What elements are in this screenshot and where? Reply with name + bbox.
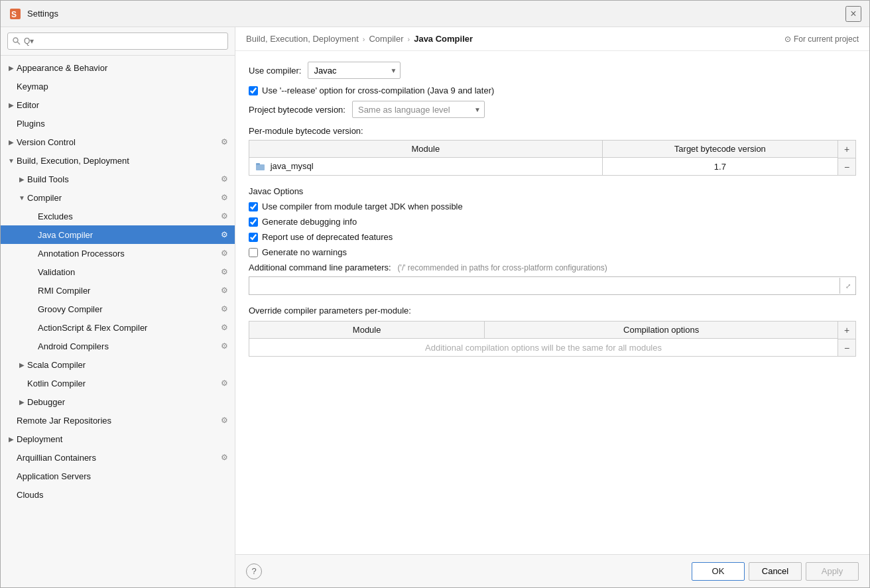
apply-button[interactable]: Apply [806, 562, 859, 581]
settings-icon-remote-jar: ⚙ [219, 415, 229, 426]
bytecode-row: Project bytecode version: Same as langua… [249, 101, 856, 118]
version-cell: 1.7 [602, 158, 838, 176]
settings-icon-excludes: ⚙ [219, 211, 229, 221]
sidebar-label-excludes: Excludes [38, 211, 216, 221]
cmd-params-input[interactable] [249, 277, 839, 294]
release-option-checkbox[interactable] [249, 86, 258, 95]
sidebar-item-actionscript-compiler[interactable]: ActionScript & Flex Compiler ⚙ [1, 318, 235, 337]
settings-icon-android-compilers: ⚙ [219, 341, 229, 351]
sidebar-item-build-tools[interactable]: Build Tools ⚙ [1, 170, 235, 188]
bytecode-select[interactable]: Same as language level [352, 101, 485, 118]
window-title: Settings [27, 9, 845, 19]
ok-button[interactable]: OK [692, 562, 745, 581]
sidebar-item-deployment[interactable]: Deployment [1, 430, 235, 448]
sidebar-item-groovy-compiler[interactable]: Groovy Compiler ⚙ [1, 300, 235, 318]
expand-arrow-keymap [6, 81, 17, 91]
override-compiler-label: Override compiler parameters per-module: [249, 306, 856, 316]
sidebar-item-keymap[interactable]: Keymap [1, 77, 235, 95]
cancel-button[interactable]: Cancel [749, 562, 802, 581]
app-icon: S [9, 7, 22, 21]
breadcrumb-bar: Build, Execution, Deployment › Compiler … [235, 27, 869, 51]
col-module-header: Module [249, 141, 602, 158]
remove-module-button[interactable]: − [838, 158, 855, 175]
sidebar-label-actionscript-compiler: ActionScript & Flex Compiler [38, 323, 216, 333]
checkbox-no-warnings-input[interactable] [249, 248, 258, 257]
module-table-buttons: + − [838, 141, 855, 175]
sidebar-item-remote-jar[interactable]: Remote Jar Repositories ⚙ [1, 411, 235, 430]
cmd-input-wrapper: ⤢ [249, 276, 856, 295]
release-option-label: Use '--release' option for cross-compila… [262, 86, 494, 95]
sidebar-item-plugins[interactable]: Plugins [1, 114, 235, 133]
override-empty-row: Additional compilation options will be t… [249, 339, 838, 357]
settings-icon-rmi-compiler: ⚙ [219, 285, 229, 296]
expand-arrow-validation [27, 266, 38, 277]
sidebar-item-excludes[interactable]: Excludes ⚙ [1, 207, 235, 225]
sidebar-label-editor: Editor [17, 100, 229, 110]
expand-cmd-icon[interactable]: ⤢ [839, 278, 855, 294]
sidebar-item-version-control[interactable]: Version Control ⚙ [1, 133, 235, 151]
sidebar-label-android-compilers: Android Compilers [38, 341, 216, 351]
override-table: Module Compilation options Additional co… [249, 322, 838, 356]
per-module-label: Per-module bytecode version: [249, 126, 856, 136]
expand-arrow-groovy-compiler [27, 304, 38, 314]
sidebar-item-debugger[interactable]: Debugger [1, 392, 235, 411]
sidebar-item-arquillian[interactable]: Arquillian Containers ⚙ [1, 448, 235, 467]
release-option-row: Use '--release' option for cross-compila… [249, 86, 856, 95]
sidebar-item-compiler[interactable]: Compiler ⚙ [1, 188, 235, 207]
checkbox-debug-info-input[interactable] [249, 217, 258, 227]
override-table-container: Module Compilation options Additional co… [249, 321, 856, 357]
expand-arrow-deployment [6, 434, 17, 444]
sidebar-item-app-servers[interactable]: Application Servers [1, 467, 235, 485]
sidebar-item-editor[interactable]: Editor [1, 95, 235, 114]
sidebar-item-kotlin-compiler[interactable]: Kotlin Compiler ⚙ [1, 374, 235, 392]
remove-override-button[interactable]: − [838, 339, 855, 356]
sidebar-item-build-exec[interactable]: Build, Execution, Deployment [1, 151, 235, 170]
override-col-module-header: Module [249, 322, 485, 339]
sidebar-item-scala-compiler[interactable]: Scala Compiler [1, 355, 235, 374]
project-icon: ⊙ [784, 34, 791, 44]
add-module-button[interactable]: + [838, 141, 855, 158]
expand-arrow-app-servers [6, 471, 17, 481]
cmd-params-label: Additional command line parameters: [249, 263, 391, 272]
sidebar-label-deployment: Deployment [17, 434, 229, 444]
cmd-params-row: Additional command line parameters: ('/'… [249, 263, 856, 272]
sidebar-label-remote-jar: Remote Jar Repositories [17, 416, 216, 426]
sidebar-label-validation: Validation [38, 267, 216, 277]
sidebar-label-groovy-compiler: Groovy Compiler [38, 304, 216, 314]
sidebar-item-annotation-processors[interactable]: Annotation Processors ⚙ [1, 244, 235, 263]
breadcrumb-arrow-1: › [363, 35, 365, 43]
checkbox-deprecated: Report use of deprecated features [249, 232, 856, 242]
close-button[interactable]: × [845, 6, 861, 22]
checkbox-module-target-input[interactable] [249, 202, 258, 211]
table-row[interactable]: java_mysql 1.7 [249, 158, 838, 176]
expand-arrow-kotlin-compiler [17, 378, 27, 388]
expand-arrow-editor [6, 99, 17, 110]
expand-arrow-annotation-processors [27, 248, 38, 259]
sidebar-item-validation[interactable]: Validation ⚙ [1, 263, 235, 281]
settings-icon-validation: ⚙ [219, 266, 229, 277]
compiler-select[interactable]: Javac Eclipse Ajc [308, 62, 401, 79]
checkbox-module-target: Use compiler from module target JDK when… [249, 202, 856, 211]
checkbox-no-warnings-label: Generate no warnings [262, 247, 347, 257]
help-button[interactable]: ? [246, 563, 262, 579]
checkbox-deprecated-input[interactable] [249, 233, 258, 242]
search-input[interactable] [7, 32, 228, 50]
sidebar-label-compiler: Compiler [27, 193, 216, 203]
override-empty-msg: Additional compilation options will be t… [249, 339, 838, 357]
cmd-params-hint: ('/' recommended in paths for cross-plat… [398, 263, 856, 272]
folder-icon [256, 162, 265, 172]
add-override-button[interactable]: + [838, 322, 855, 339]
sidebar-item-clouds[interactable]: Clouds [1, 485, 235, 504]
nav-tree: Appearance & Behavior Keymap Editor Plug… [1, 56, 235, 587]
settings-icon-groovy-compiler: ⚙ [219, 304, 229, 314]
sidebar-item-rmi-compiler[interactable]: RMI Compiler ⚙ [1, 281, 235, 300]
sidebar-label-java-compiler: Java Compiler [38, 230, 216, 240]
main-content: Build, Execution, Deployment › Compiler … [235, 27, 869, 587]
breadcrumb-part-1: Build, Execution, Deployment [246, 34, 359, 44]
sidebar-item-android-compilers[interactable]: Android Compilers ⚙ [1, 337, 235, 355]
sidebar-item-java-compiler[interactable]: Java Compiler ⚙ [1, 225, 235, 244]
settings-icon-version-control: ⚙ [219, 137, 229, 147]
sidebar-item-appearance[interactable]: Appearance & Behavior [1, 58, 235, 77]
sidebar-label-rmi-compiler: RMI Compiler [38, 286, 216, 296]
override-col-options-header: Compilation options [485, 322, 838, 339]
